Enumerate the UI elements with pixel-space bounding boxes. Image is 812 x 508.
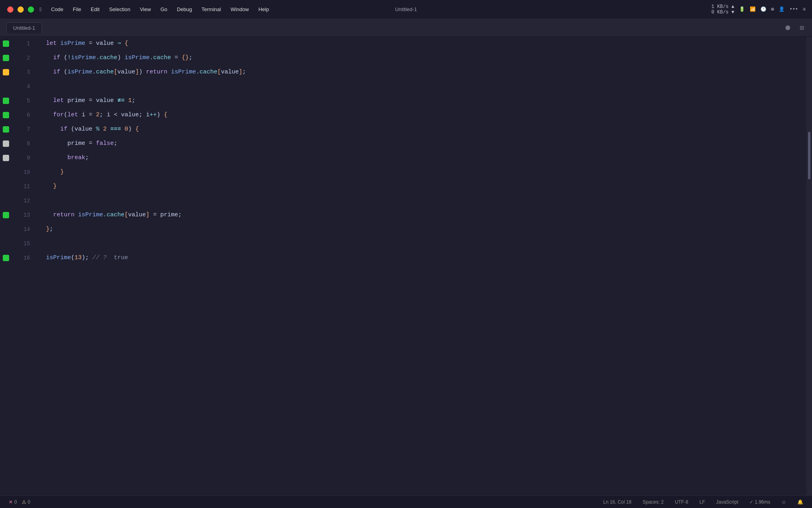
encoding-text: UTF-8 xyxy=(675,499,688,505)
menu-code[interactable]: Code xyxy=(47,5,67,14)
maximize-button[interactable] xyxy=(28,6,34,13)
line-num-4: 4 xyxy=(20,79,35,94)
editor-container: 1 2 3 4 5 6 7 8 9 10 11 12 13 14 15 16 l… xyxy=(0,37,812,495)
code-line-6: for(let i = 2; i < value; i++) { xyxy=(46,108,806,122)
tabbar: Untitled-1 ⊞ xyxy=(0,19,812,37)
warning-number: 0 xyxy=(28,499,31,505)
line-num-8: 8 xyxy=(20,137,35,151)
system-icons: 1 KB/s ▲0 KB/s ▼ 🔋 📶 🕐 ⊞ 👤 ••• ≡ xyxy=(711,4,806,15)
traffic-lights xyxy=(0,6,34,13)
user-icon: 👤 xyxy=(779,6,785,12)
menu-selection[interactable]: Selection xyxy=(105,5,134,14)
menu-debug[interactable]: Debug xyxy=(173,5,196,14)
menu-file[interactable]: File xyxy=(69,5,85,14)
code-line-5: let prime = value ≢≡ 1; xyxy=(46,94,806,108)
code-line-8: prime = false; xyxy=(46,137,806,151)
eol-text: LF xyxy=(699,499,705,505)
bell-icon: 🔔 xyxy=(797,499,803,505)
bp-12[interactable] xyxy=(0,194,12,208)
bp-5[interactable] xyxy=(0,94,12,108)
line-num-1: 1 xyxy=(20,37,35,51)
code-line-3: if (isPrime.cache[value]) return isPrime… xyxy=(46,65,806,79)
tab-untitled-1[interactable]: Untitled-1 xyxy=(6,22,42,33)
bp-15[interactable] xyxy=(0,237,12,251)
titlebar:  Code File Edit Selection View Go Debug… xyxy=(0,0,812,19)
line-num-5: 5 xyxy=(20,94,35,108)
bp-14[interactable] xyxy=(0,222,12,237)
split-editor-icon[interactable]: ⊞ xyxy=(800,23,804,32)
indent-setting[interactable]: Spaces: 2 xyxy=(640,498,666,506)
menu-go[interactable]: Go xyxy=(157,5,171,14)
bp-13[interactable] xyxy=(0,208,12,222)
timing-info[interactable]: ✓ 1.96ms xyxy=(747,498,773,506)
ln-col-text: Ln 16, Col 18 xyxy=(603,499,631,505)
code-line-11: } xyxy=(46,179,806,194)
tab-label: Untitled-1 xyxy=(13,25,35,31)
smiley-icon: ☺ xyxy=(781,499,786,505)
menu-bar:  Code File Edit Selection View Go Debug… xyxy=(0,5,273,14)
code-line-9: break; xyxy=(46,151,806,165)
list-icon: ≡ xyxy=(803,7,806,12)
error-count[interactable]: ✕ 0 ⚠ 0 xyxy=(6,498,33,506)
close-button[interactable] xyxy=(7,6,13,13)
minimize-button[interactable] xyxy=(17,6,24,13)
editor-scrollbar[interactable] xyxy=(806,37,812,495)
window-title: Untitled-1 xyxy=(395,6,417,12)
line-num-16: 16 xyxy=(20,251,35,265)
scrollbar-thumb[interactable] xyxy=(808,132,810,179)
timing-text: ✓ 1.96ms xyxy=(749,499,770,505)
statusbar-left: ✕ 0 ⚠ 0 xyxy=(6,498,33,506)
line-num-3: 3 xyxy=(20,65,35,79)
apple-menu[interactable]:  xyxy=(36,5,46,14)
bp-7[interactable] xyxy=(0,122,12,137)
cursor-position[interactable]: Ln 16, Col 18 xyxy=(601,498,634,506)
code-line-13: return isPrime.cache[value] = prime; xyxy=(46,208,806,222)
language-mode[interactable]: JavaScript xyxy=(714,498,741,506)
controlcenter-icon: ⊞ xyxy=(771,6,774,12)
line-num-12: 12 xyxy=(20,194,35,208)
bp-16[interactable] xyxy=(0,251,12,265)
code-line-16: isPrime(13); // ? true xyxy=(46,251,806,265)
unsaved-indicator xyxy=(785,25,790,30)
line-num-13: 13 xyxy=(20,208,35,222)
line-num-11: 11 xyxy=(20,179,35,194)
line-num-2: 2 xyxy=(20,51,35,65)
bp-8[interactable] xyxy=(0,137,12,151)
code-line-12 xyxy=(46,194,806,208)
feedback-icon[interactable]: ☺ xyxy=(779,498,789,506)
menu-help[interactable]: Help xyxy=(255,5,273,14)
line-num-9: 9 xyxy=(20,151,35,165)
code-line-2: if (!isPrime.cache) isPrime.cache = {}; xyxy=(46,51,806,65)
code-editor[interactable]: let isPrime = value ⇒ { if (!isPrime.cac… xyxy=(40,37,806,495)
code-line-1: let isPrime = value ⇒ { xyxy=(46,37,806,51)
eol-setting[interactable]: LF xyxy=(697,498,707,506)
code-line-10: } xyxy=(46,165,806,179)
bp-6[interactable] xyxy=(0,108,12,122)
code-line-15 xyxy=(46,237,806,251)
encoding-setting[interactable]: UTF-8 xyxy=(672,498,691,506)
code-line-14: }; xyxy=(46,222,806,237)
bp-1[interactable] xyxy=(0,37,12,51)
error-icon: ✕ xyxy=(9,499,13,505)
breakpoint-gutter xyxy=(0,37,20,495)
bp-4[interactable] xyxy=(0,79,12,94)
menu-view[interactable]: View xyxy=(136,5,155,14)
bp-11[interactable] xyxy=(0,179,12,194)
warning-icon: ⚠ xyxy=(22,499,26,505)
notifications-icon[interactable]: 🔔 xyxy=(795,498,806,506)
more-icon: ••• xyxy=(789,7,798,12)
menu-window[interactable]: Window xyxy=(226,5,253,14)
bp-3[interactable] xyxy=(0,65,12,79)
line-num-6: 6 xyxy=(20,108,35,122)
bp-10[interactable] xyxy=(0,165,12,179)
menu-terminal[interactable]: Terminal xyxy=(197,5,225,14)
error-number: 0 xyxy=(14,499,17,505)
code-line-7: if (value % 2 ≡≡≡ 0) { xyxy=(46,122,806,137)
bp-2[interactable] xyxy=(0,51,12,65)
menu-edit[interactable]: Edit xyxy=(87,5,103,14)
bp-9[interactable] xyxy=(0,151,12,165)
clock-icon: 🕐 xyxy=(760,6,766,12)
statusbar: ✕ 0 ⚠ 0 Ln 16, Col 18 Spaces: 2 UTF-8 LF… xyxy=(0,495,812,508)
line-numbers: 1 2 3 4 5 6 7 8 9 10 11 12 13 14 15 16 xyxy=(20,37,40,495)
code-line-4 xyxy=(46,79,806,94)
